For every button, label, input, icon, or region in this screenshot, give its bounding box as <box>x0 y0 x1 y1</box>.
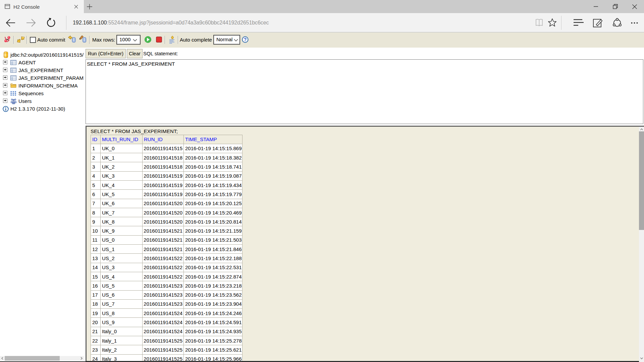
svg-text:?: ? <box>244 37 247 42</box>
